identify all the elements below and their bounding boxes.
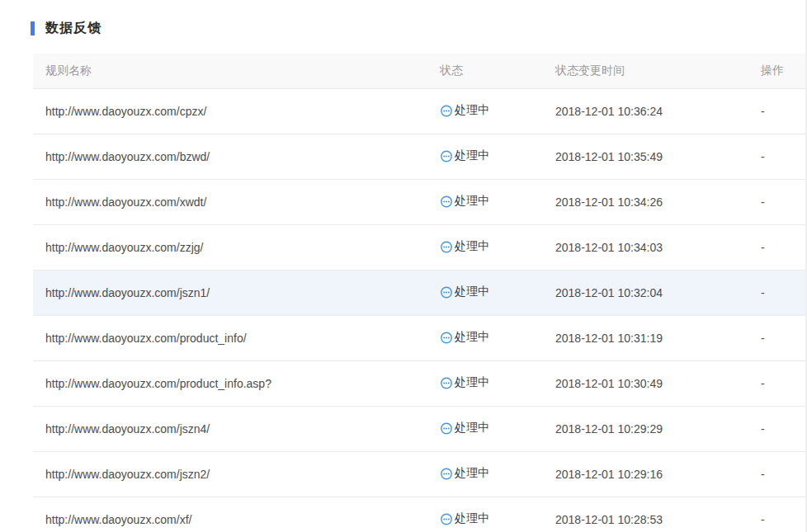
status-cell: 处理中 — [440, 451, 555, 497]
table-row[interactable]: http://www.daoyouzx.com/product_info/ 处理… — [33, 315, 807, 360]
rule-name-cell: http://www.daoyouzx.com/cpzx/ — [33, 88, 440, 134]
table-row[interactable]: http://www.daoyouzx.com/zzjg/ 处理中 2018-1… — [33, 224, 807, 270]
status-label: 处理中 — [455, 421, 489, 435]
column-header-operation: 操作 — [761, 54, 807, 88]
section-title-bar: 数据反馈 — [0, 0, 805, 54]
operation-cell: - — [761, 270, 807, 315]
status-cell: 处理中 — [440, 406, 555, 451]
rule-name-cell: http://www.daoyouzx.com/product_info.asp… — [33, 360, 440, 406]
rule-name-cell: http://www.daoyouzx.com/xf/ — [33, 497, 440, 532]
table-row[interactable]: http://www.daoyouzx.com/cpzx/ 处理中 2018-1… — [33, 88, 807, 134]
rule-name-cell: http://www.daoyouzx.com/jszn4/ — [33, 406, 440, 451]
status-cell: 处理中 — [440, 315, 555, 360]
rule-name-cell: http://www.daoyouzx.com/xwdt/ — [33, 179, 440, 224]
operation-cell: - — [761, 224, 807, 270]
table-row[interactable]: http://www.daoyouzx.com/jszn1/ 处理中 2018-… — [33, 270, 807, 315]
data-feedback-page: 数据反馈 规则名称 状态 状态变更时间 操作 http://www.daoyou… — [0, 0, 807, 532]
table-row[interactable]: http://www.daoyouzx.com/jszn4/ 处理中 2018-… — [33, 406, 807, 451]
status-cell: 处理中 — [440, 224, 555, 270]
status-cell: 处理中 — [440, 497, 555, 532]
status-label: 处理中 — [455, 375, 489, 390]
status-cell: 处理中 — [440, 270, 555, 315]
processing-ellipsis-circle-icon — [440, 331, 453, 344]
status-label: 处理中 — [455, 285, 489, 299]
table-header-row: 规则名称 状态 状态变更时间 操作 — [33, 54, 807, 88]
rule-name-cell: http://www.daoyouzx.com/product_info/ — [33, 315, 440, 360]
status-cell: 处理中 — [440, 88, 555, 134]
operation-dash: - — [761, 377, 765, 390]
title-accent-bar — [31, 21, 35, 35]
status-time-cell: 2018-12-01 10:31:19 — [555, 315, 761, 360]
status-time-cell: 2018-12-01 10:34:03 — [555, 224, 761, 270]
rules-table: 规则名称 状态 状态变更时间 操作 http://www.daoyouzx.co… — [33, 54, 807, 532]
operation-cell: - — [761, 406, 807, 451]
status-time-cell: 2018-12-01 10:28:53 — [555, 497, 761, 532]
processing-ellipsis-circle-icon — [440, 240, 453, 253]
rule-name-cell: http://www.daoyouzx.com/jszn1/ — [33, 270, 440, 315]
table-row[interactable]: http://www.daoyouzx.com/jszn2/ 处理中 2018-… — [33, 451, 807, 497]
column-header-rule-name: 规则名称 — [33, 54, 440, 88]
operation-cell: - — [761, 360, 807, 406]
operation-dash: - — [761, 105, 765, 118]
status-label: 处理中 — [455, 466, 489, 481]
status-time-cell: 2018-12-01 10:35:49 — [555, 134, 761, 179]
operation-dash: - — [761, 241, 765, 254]
status-cell: 处理中 — [440, 360, 555, 406]
status-label: 处理中 — [455, 239, 489, 254]
status-cell: 处理中 — [440, 179, 555, 224]
status-cell: 处理中 — [440, 134, 555, 179]
status-time-cell: 2018-12-01 10:30:49 — [555, 360, 761, 406]
processing-ellipsis-circle-icon — [440, 467, 453, 480]
processing-ellipsis-circle-icon — [440, 149, 453, 162]
processing-ellipsis-circle-icon — [440, 104, 453, 117]
status-label: 处理中 — [455, 194, 489, 209]
processing-ellipsis-circle-icon — [440, 195, 453, 208]
processing-ellipsis-circle-icon — [440, 512, 453, 525]
rules-table-container: 规则名称 状态 状态变更时间 操作 http://www.daoyouzx.co… — [33, 54, 805, 532]
column-header-status: 状态 — [440, 54, 555, 88]
processing-ellipsis-circle-icon — [440, 376, 453, 389]
status-time-cell: 2018-12-01 10:32:04 — [555, 270, 761, 315]
operation-dash: - — [761, 286, 765, 299]
status-label: 处理中 — [455, 103, 489, 118]
operation-cell: - — [761, 88, 807, 134]
operation-cell: - — [761, 315, 807, 360]
table-row[interactable]: http://www.daoyouzx.com/xf/ 处理中 2018-12-… — [33, 497, 807, 532]
operation-cell: - — [761, 134, 807, 179]
table-row[interactable]: http://www.daoyouzx.com/xwdt/ 处理中 2018-1… — [33, 179, 807, 224]
table-row[interactable]: http://www.daoyouzx.com/bzwd/ 处理中 2018-1… — [33, 134, 807, 179]
operation-dash: - — [761, 468, 765, 481]
operation-cell: - — [761, 179, 807, 224]
operation-cell: - — [761, 497, 807, 532]
operation-dash: - — [761, 513, 765, 526]
status-time-cell: 2018-12-01 10:34:26 — [555, 179, 761, 224]
status-label: 处理中 — [455, 148, 489, 163]
processing-ellipsis-circle-icon — [440, 285, 453, 299]
page-title: 数据反馈 — [45, 20, 101, 37]
rule-name-cell: http://www.daoyouzx.com/jszn2/ — [33, 451, 440, 497]
status-label: 处理中 — [455, 511, 489, 526]
operation-dash: - — [761, 422, 765, 435]
status-time-cell: 2018-12-01 10:29:29 — [555, 406, 761, 451]
table-row[interactable]: http://www.daoyouzx.com/product_info.asp… — [33, 360, 807, 406]
status-time-cell: 2018-12-01 10:29:16 — [555, 451, 761, 497]
operation-dash: - — [761, 150, 765, 163]
operation-cell: - — [761, 451, 807, 497]
processing-ellipsis-circle-icon — [440, 421, 453, 435]
operation-dash: - — [761, 195, 765, 209]
rule-name-cell: http://www.daoyouzx.com/bzwd/ — [33, 134, 440, 179]
column-header-status-change-time: 状态变更时间 — [555, 54, 761, 88]
status-time-cell: 2018-12-01 10:36:24 — [555, 88, 761, 134]
status-label: 处理中 — [455, 330, 489, 345]
rule-name-cell: http://www.daoyouzx.com/zzjg/ — [33, 224, 440, 270]
operation-dash: - — [761, 332, 765, 345]
